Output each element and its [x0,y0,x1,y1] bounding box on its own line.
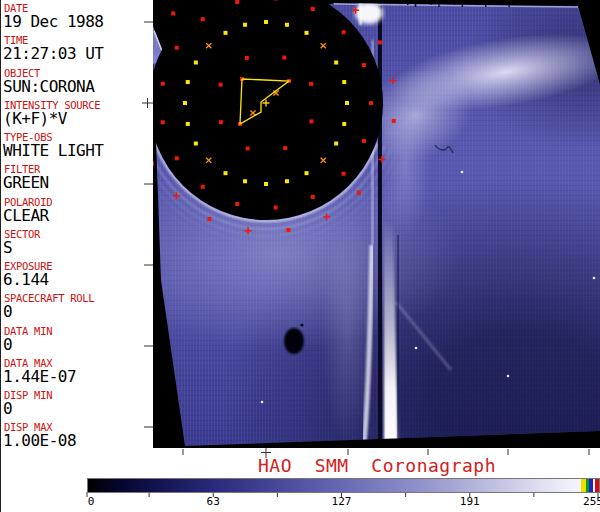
colorbar-tick-label: 0 [88,496,95,508]
colorbar-tick-label: 63 [207,496,220,508]
colorbar-saturation-stripe [595,479,600,492]
colorbar-tick-label: 127 [332,496,352,508]
field-value: CLEAR [3,208,49,224]
plot-title: HAO SMM Coronagraph [153,455,600,476]
field-value: 6.144 [3,272,49,288]
field-value: 0 [3,304,12,320]
metadata-sidebar: DATE19 Dec 1988TIME21:27:03 UTOBJECTSUN:… [1,0,153,512]
field-value: (K+F)*V [3,111,67,127]
dark-blemish [284,328,304,354]
field-value: SUN:CORONA [3,79,94,95]
field-value: 0 [3,337,12,353]
field-value: S [3,240,12,256]
field-value: 1.44E-07 [3,369,76,385]
field-label: SPACECRAFT ROLL [4,293,94,304]
field-value: WHITE LIGHT [3,143,103,159]
colorbar-saturation-stripe [589,479,593,492]
field-value: 19 Dec 1988 [3,14,103,30]
field-value: 21:27:03 UT [3,46,103,62]
coronagraph-image-canvas [153,0,600,448]
colorbar [87,478,600,493]
field-value: 0 [3,401,12,417]
field-value: 1.00E-08 [3,433,76,449]
field-value: GREEN [3,175,49,191]
colorbar-tick-label: 255 [583,496,600,508]
colorbar-tick-label: 191 [460,496,480,508]
coronagraph-image [153,0,600,448]
coronagraph-viewer-window: DATE19 Dec 1988TIME21:27:03 UTOBJECTSUN:… [0,0,600,512]
